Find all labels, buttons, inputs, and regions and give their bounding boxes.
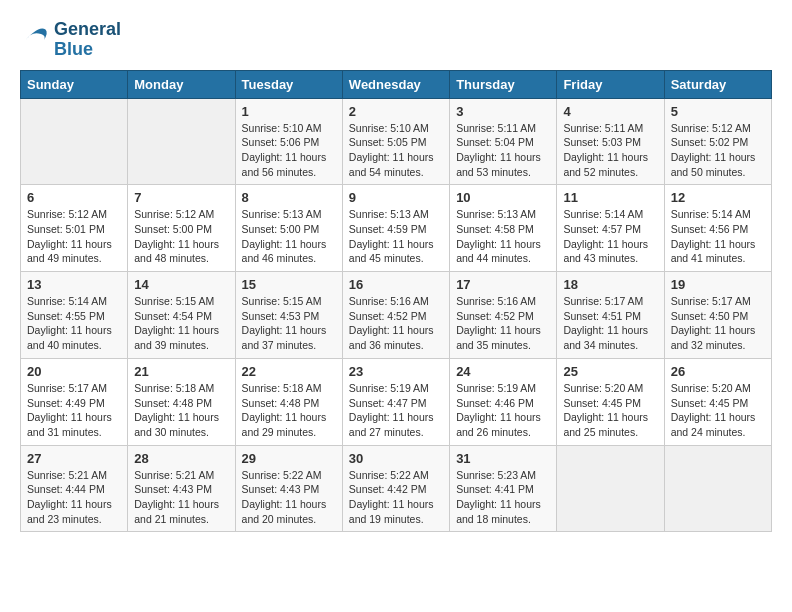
- day-header-thursday: Thursday: [450, 70, 557, 98]
- day-info: Sunrise: 5:17 AMSunset: 4:51 PMDaylight:…: [563, 294, 657, 353]
- day-info: Sunrise: 5:22 AMSunset: 4:42 PMDaylight:…: [349, 468, 443, 527]
- day-info: Sunrise: 5:13 AMSunset: 4:59 PMDaylight:…: [349, 207, 443, 266]
- day-number: 11: [563, 190, 657, 205]
- day-info: Sunrise: 5:16 AMSunset: 4:52 PMDaylight:…: [349, 294, 443, 353]
- calendar-cell: 10Sunrise: 5:13 AMSunset: 4:58 PMDayligh…: [450, 185, 557, 272]
- header-row: SundayMondayTuesdayWednesdayThursdayFrid…: [21, 70, 772, 98]
- day-info: Sunrise: 5:11 AMSunset: 5:04 PMDaylight:…: [456, 121, 550, 180]
- calendar-cell: 26Sunrise: 5:20 AMSunset: 4:45 PMDayligh…: [664, 358, 771, 445]
- day-number: 12: [671, 190, 765, 205]
- day-info: Sunrise: 5:12 AMSunset: 5:00 PMDaylight:…: [134, 207, 228, 266]
- calendar-cell: 25Sunrise: 5:20 AMSunset: 4:45 PMDayligh…: [557, 358, 664, 445]
- day-info: Sunrise: 5:23 AMSunset: 4:41 PMDaylight:…: [456, 468, 550, 527]
- day-number: 27: [27, 451, 121, 466]
- day-number: 13: [27, 277, 121, 292]
- day-header-wednesday: Wednesday: [342, 70, 449, 98]
- day-number: 6: [27, 190, 121, 205]
- day-number: 28: [134, 451, 228, 466]
- calendar-cell: 31Sunrise: 5:23 AMSunset: 4:41 PMDayligh…: [450, 445, 557, 532]
- week-row-4: 20Sunrise: 5:17 AMSunset: 4:49 PMDayligh…: [21, 358, 772, 445]
- week-row-5: 27Sunrise: 5:21 AMSunset: 4:44 PMDayligh…: [21, 445, 772, 532]
- day-info: Sunrise: 5:13 AMSunset: 5:00 PMDaylight:…: [242, 207, 336, 266]
- calendar-cell: 2Sunrise: 5:10 AMSunset: 5:05 PMDaylight…: [342, 98, 449, 185]
- calendar-cell: 12Sunrise: 5:14 AMSunset: 4:56 PMDayligh…: [664, 185, 771, 272]
- calendar-cell: 5Sunrise: 5:12 AMSunset: 5:02 PMDaylight…: [664, 98, 771, 185]
- calendar-cell: 20Sunrise: 5:17 AMSunset: 4:49 PMDayligh…: [21, 358, 128, 445]
- day-info: Sunrise: 5:18 AMSunset: 4:48 PMDaylight:…: [242, 381, 336, 440]
- calendar-cell: 6Sunrise: 5:12 AMSunset: 5:01 PMDaylight…: [21, 185, 128, 272]
- day-number: 8: [242, 190, 336, 205]
- day-number: 22: [242, 364, 336, 379]
- calendar-cell: 8Sunrise: 5:13 AMSunset: 5:00 PMDaylight…: [235, 185, 342, 272]
- calendar-cell: 15Sunrise: 5:15 AMSunset: 4:53 PMDayligh…: [235, 272, 342, 359]
- day-info: Sunrise: 5:20 AMSunset: 4:45 PMDaylight:…: [563, 381, 657, 440]
- calendar-cell: [664, 445, 771, 532]
- day-info: Sunrise: 5:19 AMSunset: 4:46 PMDaylight:…: [456, 381, 550, 440]
- day-number: 5: [671, 104, 765, 119]
- calendar-cell: 19Sunrise: 5:17 AMSunset: 4:50 PMDayligh…: [664, 272, 771, 359]
- day-info: Sunrise: 5:21 AMSunset: 4:44 PMDaylight:…: [27, 468, 121, 527]
- day-info: Sunrise: 5:15 AMSunset: 4:53 PMDaylight:…: [242, 294, 336, 353]
- calendar-cell: [128, 98, 235, 185]
- day-number: 9: [349, 190, 443, 205]
- day-number: 30: [349, 451, 443, 466]
- day-info: Sunrise: 5:17 AMSunset: 4:49 PMDaylight:…: [27, 381, 121, 440]
- calendar-cell: 13Sunrise: 5:14 AMSunset: 4:55 PMDayligh…: [21, 272, 128, 359]
- day-info: Sunrise: 5:18 AMSunset: 4:48 PMDaylight:…: [134, 381, 228, 440]
- calendar-cell: 4Sunrise: 5:11 AMSunset: 5:03 PMDaylight…: [557, 98, 664, 185]
- day-info: Sunrise: 5:10 AMSunset: 5:05 PMDaylight:…: [349, 121, 443, 180]
- day-header-tuesday: Tuesday: [235, 70, 342, 98]
- day-header-saturday: Saturday: [664, 70, 771, 98]
- day-number: 1: [242, 104, 336, 119]
- day-info: Sunrise: 5:17 AMSunset: 4:50 PMDaylight:…: [671, 294, 765, 353]
- day-info: Sunrise: 5:20 AMSunset: 4:45 PMDaylight:…: [671, 381, 765, 440]
- calendar-cell: 14Sunrise: 5:15 AMSunset: 4:54 PMDayligh…: [128, 272, 235, 359]
- calendar-cell: 16Sunrise: 5:16 AMSunset: 4:52 PMDayligh…: [342, 272, 449, 359]
- calendar-cell: 18Sunrise: 5:17 AMSunset: 4:51 PMDayligh…: [557, 272, 664, 359]
- day-info: Sunrise: 5:14 AMSunset: 4:55 PMDaylight:…: [27, 294, 121, 353]
- day-number: 23: [349, 364, 443, 379]
- day-number: 3: [456, 104, 550, 119]
- day-number: 25: [563, 364, 657, 379]
- calendar-cell: 11Sunrise: 5:14 AMSunset: 4:57 PMDayligh…: [557, 185, 664, 272]
- calendar-table: SundayMondayTuesdayWednesdayThursdayFrid…: [20, 70, 772, 533]
- day-number: 19: [671, 277, 765, 292]
- logo-text: General Blue: [54, 20, 121, 60]
- day-number: 4: [563, 104, 657, 119]
- day-info: Sunrise: 5:14 AMSunset: 4:57 PMDaylight:…: [563, 207, 657, 266]
- day-number: 10: [456, 190, 550, 205]
- logo: General Blue: [20, 20, 121, 60]
- calendar-cell: [21, 98, 128, 185]
- calendar-cell: 29Sunrise: 5:22 AMSunset: 4:43 PMDayligh…: [235, 445, 342, 532]
- day-info: Sunrise: 5:22 AMSunset: 4:43 PMDaylight:…: [242, 468, 336, 527]
- calendar-cell: 23Sunrise: 5:19 AMSunset: 4:47 PMDayligh…: [342, 358, 449, 445]
- calendar-cell: 7Sunrise: 5:12 AMSunset: 5:00 PMDaylight…: [128, 185, 235, 272]
- day-number: 21: [134, 364, 228, 379]
- day-number: 17: [456, 277, 550, 292]
- day-number: 24: [456, 364, 550, 379]
- calendar-cell: 1Sunrise: 5:10 AMSunset: 5:06 PMDaylight…: [235, 98, 342, 185]
- day-info: Sunrise: 5:14 AMSunset: 4:56 PMDaylight:…: [671, 207, 765, 266]
- logo-icon: [20, 25, 50, 55]
- day-number: 7: [134, 190, 228, 205]
- day-info: Sunrise: 5:10 AMSunset: 5:06 PMDaylight:…: [242, 121, 336, 180]
- day-info: Sunrise: 5:15 AMSunset: 4:54 PMDaylight:…: [134, 294, 228, 353]
- day-number: 18: [563, 277, 657, 292]
- day-number: 15: [242, 277, 336, 292]
- calendar-cell: 21Sunrise: 5:18 AMSunset: 4:48 PMDayligh…: [128, 358, 235, 445]
- calendar-cell: 24Sunrise: 5:19 AMSunset: 4:46 PMDayligh…: [450, 358, 557, 445]
- day-number: 16: [349, 277, 443, 292]
- day-info: Sunrise: 5:16 AMSunset: 4:52 PMDaylight:…: [456, 294, 550, 353]
- day-header-friday: Friday: [557, 70, 664, 98]
- day-info: Sunrise: 5:13 AMSunset: 4:58 PMDaylight:…: [456, 207, 550, 266]
- day-number: 14: [134, 277, 228, 292]
- day-number: 26: [671, 364, 765, 379]
- calendar-cell: 17Sunrise: 5:16 AMSunset: 4:52 PMDayligh…: [450, 272, 557, 359]
- week-row-1: 1Sunrise: 5:10 AMSunset: 5:06 PMDaylight…: [21, 98, 772, 185]
- week-row-2: 6Sunrise: 5:12 AMSunset: 5:01 PMDaylight…: [21, 185, 772, 272]
- day-number: 29: [242, 451, 336, 466]
- calendar-cell: 3Sunrise: 5:11 AMSunset: 5:04 PMDaylight…: [450, 98, 557, 185]
- calendar-cell: 28Sunrise: 5:21 AMSunset: 4:43 PMDayligh…: [128, 445, 235, 532]
- calendar-cell: [557, 445, 664, 532]
- day-info: Sunrise: 5:12 AMSunset: 5:01 PMDaylight:…: [27, 207, 121, 266]
